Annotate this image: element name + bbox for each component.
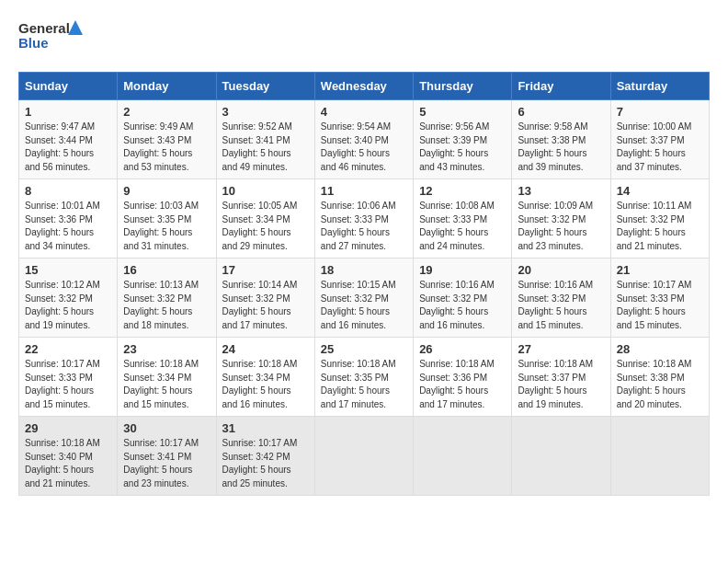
day-info: Sunrise: 10:17 AMSunset: 3:33 PMDaylight…: [25, 358, 111, 411]
day-info: Sunrise: 10:18 AMSunset: 3:34 PMDaylight…: [222, 358, 309, 411]
calendar-cell: 28Sunrise: 10:18 AMSunset: 3:38 PMDaylig…: [610, 338, 709, 417]
day-number: 29: [25, 421, 111, 435]
calendar-cell: 21Sunrise: 10:17 AMSunset: 3:33 PMDaylig…: [610, 259, 709, 338]
calendar-cell: 15Sunrise: 10:12 AMSunset: 3:32 PMDaylig…: [19, 259, 118, 338]
day-number: 18: [321, 263, 407, 277]
day-info: Sunrise: 10:18 AMSunset: 3:37 PMDaylight…: [518, 358, 604, 411]
day-info: Sunrise: 10:17 AMSunset: 3:41 PMDaylight…: [123, 437, 210, 490]
calendar-cell: 4Sunrise: 9:54 AMSunset: 3:40 PMDaylight…: [314, 100, 413, 179]
calendar-cell: [610, 417, 709, 496]
day-info: Sunrise: 10:03 AMSunset: 3:35 PMDaylight…: [123, 200, 210, 253]
logo: General Blue: [18, 18, 83, 57]
page-header: General Blue: [18, 18, 710, 57]
calendar-cell: 8Sunrise: 10:01 AMSunset: 3:36 PMDayligh…: [19, 179, 118, 259]
calendar-header-monday: Monday: [118, 73, 216, 100]
day-number: 20: [518, 263, 604, 277]
day-info: Sunrise: 10:16 AMSunset: 3:32 PMDaylight…: [419, 279, 506, 332]
day-number: 23: [123, 342, 210, 356]
calendar-header-friday: Friday: [512, 73, 610, 100]
day-number: 31: [222, 421, 309, 435]
day-number: 6: [518, 105, 604, 119]
day-number: 7: [617, 105, 703, 119]
calendar-cell: 24Sunrise: 10:18 AMSunset: 3:34 PMDaylig…: [216, 338, 314, 417]
calendar-cell: 12Sunrise: 10:08 AMSunset: 3:33 PMDaylig…: [414, 179, 512, 259]
day-info: Sunrise: 9:49 AMSunset: 3:43 PMDaylight:…: [123, 121, 210, 174]
calendar-cell: 18Sunrise: 10:15 AMSunset: 3:32 PMDaylig…: [314, 259, 413, 338]
day-number: 27: [518, 342, 604, 356]
calendar-cell: 6Sunrise: 9:58 AMSunset: 3:38 PMDaylight…: [512, 100, 610, 179]
day-number: 4: [321, 105, 407, 119]
day-info: Sunrise: 10:01 AMSunset: 3:36 PMDaylight…: [25, 200, 111, 253]
calendar-cell: 2Sunrise: 9:49 AMSunset: 3:43 PMDaylight…: [118, 100, 216, 179]
calendar-week-row: 15Sunrise: 10:12 AMSunset: 3:32 PMDaylig…: [19, 259, 710, 338]
day-number: 13: [518, 184, 604, 198]
calendar-week-row: 22Sunrise: 10:17 AMSunset: 3:33 PMDaylig…: [19, 338, 710, 417]
day-number: 17: [222, 263, 309, 277]
day-number: 14: [617, 184, 703, 198]
calendar-cell: 31Sunrise: 10:17 AMSunset: 3:42 PMDaylig…: [216, 417, 314, 496]
day-info: Sunrise: 9:47 AMSunset: 3:44 PMDaylight:…: [25, 121, 111, 174]
day-info: Sunrise: 10:15 AMSunset: 3:32 PMDaylight…: [321, 279, 407, 332]
day-info: Sunrise: 10:09 AMSunset: 3:32 PMDaylight…: [518, 200, 604, 253]
calendar-cell: [414, 417, 512, 496]
calendar-cell: 30Sunrise: 10:17 AMSunset: 3:41 PMDaylig…: [118, 417, 216, 496]
day-info: Sunrise: 10:11 AMSunset: 3:32 PMDaylight…: [617, 200, 703, 253]
day-number: 24: [222, 342, 309, 356]
day-number: 10: [222, 184, 309, 198]
day-info: Sunrise: 10:18 AMSunset: 3:36 PMDaylight…: [419, 358, 506, 411]
day-info: Sunrise: 9:52 AMSunset: 3:41 PMDaylight:…: [222, 121, 309, 174]
day-info: Sunrise: 10:08 AMSunset: 3:33 PMDaylight…: [419, 200, 506, 253]
calendar-cell: 19Sunrise: 10:16 AMSunset: 3:32 PMDaylig…: [414, 259, 512, 338]
day-info: Sunrise: 10:17 AMSunset: 3:33 PMDaylight…: [617, 279, 703, 332]
day-info: Sunrise: 9:56 AMSunset: 3:39 PMDaylight:…: [419, 121, 506, 174]
calendar-week-row: 8Sunrise: 10:01 AMSunset: 3:36 PMDayligh…: [19, 179, 710, 259]
calendar-cell: 13Sunrise: 10:09 AMSunset: 3:32 PMDaylig…: [512, 179, 610, 259]
day-info: Sunrise: 10:05 AMSunset: 3:34 PMDaylight…: [222, 200, 309, 253]
day-info: Sunrise: 9:58 AMSunset: 3:38 PMDaylight:…: [518, 121, 604, 174]
day-number: 15: [25, 263, 111, 277]
calendar-cell: 27Sunrise: 10:18 AMSunset: 3:37 PMDaylig…: [512, 338, 610, 417]
svg-marker-2: [68, 20, 83, 35]
day-number: 30: [123, 421, 210, 435]
day-info: Sunrise: 10:17 AMSunset: 3:42 PMDaylight…: [222, 437, 309, 490]
calendar-header-row: SundayMondayTuesdayWednesdayThursdayFrid…: [19, 73, 710, 100]
day-info: Sunrise: 10:13 AMSunset: 3:32 PMDaylight…: [123, 279, 210, 332]
day-info: Sunrise: 10:16 AMSunset: 3:32 PMDaylight…: [518, 279, 604, 332]
day-number: 12: [419, 184, 506, 198]
calendar-cell: 1Sunrise: 9:47 AMSunset: 3:44 PMDaylight…: [19, 100, 118, 179]
day-info: Sunrise: 10:00 AMSunset: 3:37 PMDaylight…: [617, 121, 703, 174]
calendar-cell: 14Sunrise: 10:11 AMSunset: 3:32 PMDaylig…: [610, 179, 709, 259]
calendar-cell: 17Sunrise: 10:14 AMSunset: 3:32 PMDaylig…: [216, 259, 314, 338]
calendar-week-row: 29Sunrise: 10:18 AMSunset: 3:40 PMDaylig…: [19, 417, 710, 496]
svg-text:Blue: Blue: [18, 35, 49, 51]
calendar-cell: [512, 417, 610, 496]
day-number: 8: [25, 184, 111, 198]
day-number: 22: [25, 342, 111, 356]
day-number: 1: [25, 105, 111, 119]
day-info: Sunrise: 10:12 AMSunset: 3:32 PMDaylight…: [25, 279, 111, 332]
day-number: 2: [123, 105, 210, 119]
calendar-header-wednesday: Wednesday: [314, 73, 413, 100]
calendar-cell: 3Sunrise: 9:52 AMSunset: 3:41 PMDaylight…: [216, 100, 314, 179]
svg-text:General: General: [18, 20, 70, 36]
calendar-cell: 20Sunrise: 10:16 AMSunset: 3:32 PMDaylig…: [512, 259, 610, 338]
calendar-header-sunday: Sunday: [19, 73, 118, 100]
day-number: 11: [321, 184, 407, 198]
calendar-cell: 25Sunrise: 10:18 AMSunset: 3:35 PMDaylig…: [314, 338, 413, 417]
day-number: 5: [419, 105, 506, 119]
calendar-body: 1Sunrise: 9:47 AMSunset: 3:44 PMDaylight…: [19, 100, 710, 496]
calendar-cell: 11Sunrise: 10:06 AMSunset: 3:33 PMDaylig…: [314, 179, 413, 259]
calendar-cell: 9Sunrise: 10:03 AMSunset: 3:35 PMDayligh…: [118, 179, 216, 259]
day-info: Sunrise: 10:06 AMSunset: 3:33 PMDaylight…: [321, 200, 407, 253]
day-number: 3: [222, 105, 309, 119]
calendar-cell: 16Sunrise: 10:13 AMSunset: 3:32 PMDaylig…: [118, 259, 216, 338]
calendar-header-thursday: Thursday: [414, 73, 512, 100]
day-number: 19: [419, 263, 506, 277]
calendar-cell: 26Sunrise: 10:18 AMSunset: 3:36 PMDaylig…: [414, 338, 512, 417]
calendar-header-tuesday: Tuesday: [216, 73, 314, 100]
day-info: Sunrise: 10:14 AMSunset: 3:32 PMDaylight…: [222, 279, 309, 332]
day-info: Sunrise: 10:18 AMSunset: 3:35 PMDaylight…: [321, 358, 407, 411]
day-number: 25: [321, 342, 407, 356]
calendar-cell: 7Sunrise: 10:00 AMSunset: 3:37 PMDayligh…: [610, 100, 709, 179]
calendar-header-saturday: Saturday: [610, 73, 709, 100]
